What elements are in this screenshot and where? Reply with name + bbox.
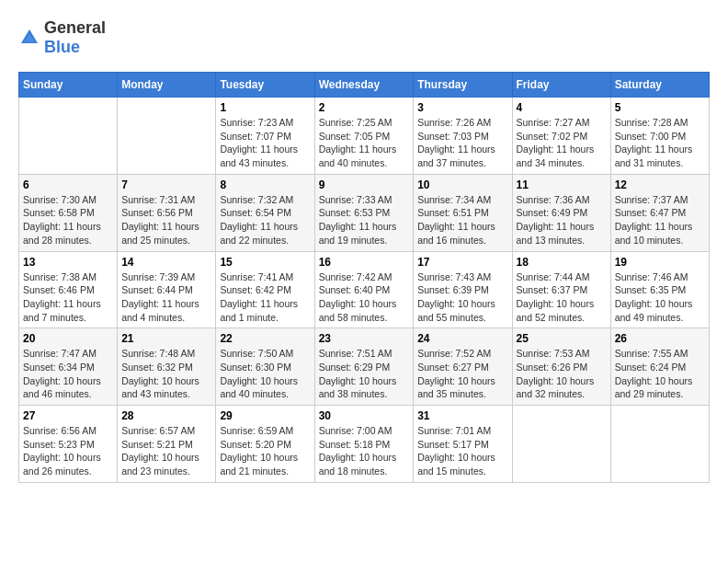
- day-number: 9: [319, 178, 410, 191]
- calendar-cell: [512, 406, 610, 483]
- day-info: Sunrise: 7:31 AM Sunset: 6:56 PM Dayligh…: [121, 193, 211, 247]
- day-info: Sunrise: 7:50 AM Sunset: 6:30 PM Dayligh…: [220, 347, 310, 401]
- calendar-cell: 24Sunrise: 7:52 AM Sunset: 6:27 PM Dayli…: [414, 328, 512, 406]
- day-number: 26: [615, 332, 705, 345]
- day-number: 10: [417, 178, 507, 191]
- day-info: Sunrise: 7:37 AM Sunset: 6:47 PM Dayligh…: [615, 193, 705, 247]
- weekday-header-sunday: Sunday: [19, 73, 118, 98]
- day-number: 3: [417, 101, 507, 114]
- calendar-cell: 17Sunrise: 7:43 AM Sunset: 6:39 PM Dayli…: [414, 251, 512, 328]
- day-info: Sunrise: 7:42 AM Sunset: 6:40 PM Dayligh…: [319, 270, 410, 325]
- day-info: Sunrise: 7:55 AM Sunset: 6:24 PM Dayligh…: [615, 347, 705, 401]
- day-info: Sunrise: 7:28 AM Sunset: 7:00 PM Dayligh…: [615, 116, 705, 170]
- day-info: Sunrise: 7:01 AM Sunset: 5:17 PM Dayligh…: [417, 424, 507, 478]
- day-number: 21: [121, 332, 211, 345]
- calendar-cell: 23Sunrise: 7:51 AM Sunset: 6:29 PM Dayli…: [314, 328, 414, 406]
- calendar-cell: 21Sunrise: 7:48 AM Sunset: 6:32 PM Dayli…: [118, 328, 216, 406]
- calendar-cell: 7Sunrise: 7:31 AM Sunset: 6:56 PM Daylig…: [118, 174, 216, 251]
- day-info: Sunrise: 6:59 AM Sunset: 5:20 PM Dayligh…: [220, 424, 310, 478]
- calendar-cell: 18Sunrise: 7:44 AM Sunset: 6:37 PM Dayli…: [512, 251, 610, 328]
- day-number: 7: [121, 178, 211, 191]
- day-info: Sunrise: 7:30 AM Sunset: 6:58 PM Dayligh…: [23, 193, 113, 247]
- calendar-cell: 26Sunrise: 7:55 AM Sunset: 6:24 PM Dayli…: [610, 328, 709, 406]
- logo-general: General: [44, 18, 106, 37]
- calendar-week-row: 1Sunrise: 7:23 AM Sunset: 7:07 PM Daylig…: [19, 98, 710, 175]
- day-number: 24: [417, 332, 507, 345]
- calendar-week-row: 20Sunrise: 7:47 AM Sunset: 6:34 PM Dayli…: [19, 328, 710, 406]
- day-info: Sunrise: 7:34 AM Sunset: 6:51 PM Dayligh…: [417, 193, 507, 247]
- calendar-cell: 28Sunrise: 6:57 AM Sunset: 5:21 PM Dayli…: [118, 406, 216, 483]
- day-number: 31: [417, 409, 507, 422]
- weekday-header-wednesday: Wednesday: [314, 73, 414, 98]
- weekday-header-monday: Monday: [118, 73, 216, 98]
- day-number: 16: [319, 256, 410, 269]
- calendar-cell: 31Sunrise: 7:01 AM Sunset: 5:17 PM Dayli…: [414, 406, 512, 483]
- calendar-cell: 20Sunrise: 7:47 AM Sunset: 6:34 PM Dayli…: [19, 328, 118, 406]
- calendar-cell: 8Sunrise: 7:32 AM Sunset: 6:54 PM Daylig…: [216, 174, 314, 251]
- logo: General Blue: [18, 18, 106, 57]
- day-info: Sunrise: 7:25 AM Sunset: 7:05 PM Dayligh…: [319, 116, 410, 170]
- calendar-header-row: SundayMondayTuesdayWednesdayThursdayFrid…: [19, 73, 710, 98]
- day-info: Sunrise: 7:38 AM Sunset: 6:46 PM Dayligh…: [23, 270, 113, 325]
- calendar-cell: 9Sunrise: 7:33 AM Sunset: 6:53 PM Daylig…: [314, 174, 414, 251]
- calendar-cell: [19, 98, 118, 175]
- day-number: 29: [220, 409, 310, 422]
- day-info: Sunrise: 7:36 AM Sunset: 6:49 PM Dayligh…: [517, 193, 607, 247]
- calendar-cell: 14Sunrise: 7:39 AM Sunset: 6:44 PM Dayli…: [118, 251, 216, 328]
- calendar-week-row: 13Sunrise: 7:38 AM Sunset: 6:46 PM Dayli…: [19, 251, 710, 328]
- calendar-cell: 4Sunrise: 7:27 AM Sunset: 7:02 PM Daylig…: [512, 98, 610, 175]
- calendar-cell: 1Sunrise: 7:23 AM Sunset: 7:07 PM Daylig…: [216, 98, 314, 175]
- calendar-cell: 19Sunrise: 7:46 AM Sunset: 6:35 PM Dayli…: [610, 251, 709, 328]
- page-header: General Blue: [18, 18, 710, 57]
- logo-icon: [18, 27, 40, 49]
- day-info: Sunrise: 7:33 AM Sunset: 6:53 PM Dayligh…: [319, 193, 410, 247]
- day-number: 28: [121, 409, 211, 422]
- calendar-cell: 15Sunrise: 7:41 AM Sunset: 6:42 PM Dayli…: [216, 251, 314, 328]
- calendar-cell: 27Sunrise: 6:56 AM Sunset: 5:23 PM Dayli…: [19, 406, 118, 483]
- calendar-table: SundayMondayTuesdayWednesdayThursdayFrid…: [18, 72, 710, 483]
- day-number: 8: [220, 178, 310, 191]
- weekday-header-saturday: Saturday: [610, 73, 709, 98]
- day-info: Sunrise: 7:44 AM Sunset: 6:37 PM Dayligh…: [517, 270, 607, 325]
- day-info: Sunrise: 7:23 AM Sunset: 7:07 PM Dayligh…: [220, 116, 310, 170]
- day-number: 19: [615, 256, 705, 269]
- calendar-cell: 5Sunrise: 7:28 AM Sunset: 7:00 PM Daylig…: [610, 98, 709, 175]
- day-number: 23: [319, 332, 410, 345]
- day-number: 6: [23, 178, 113, 191]
- day-info: Sunrise: 7:43 AM Sunset: 6:39 PM Dayligh…: [417, 270, 507, 325]
- calendar-cell: 29Sunrise: 6:59 AM Sunset: 5:20 PM Dayli…: [216, 406, 314, 483]
- day-number: 12: [615, 178, 705, 191]
- day-number: 5: [615, 101, 705, 114]
- calendar-cell: 16Sunrise: 7:42 AM Sunset: 6:40 PM Dayli…: [314, 251, 414, 328]
- day-info: Sunrise: 7:53 AM Sunset: 6:26 PM Dayligh…: [517, 347, 607, 401]
- day-info: Sunrise: 7:26 AM Sunset: 7:03 PM Dayligh…: [417, 116, 507, 170]
- calendar-cell: [118, 98, 216, 175]
- weekday-header-tuesday: Tuesday: [216, 73, 314, 98]
- weekday-header-thursday: Thursday: [414, 73, 512, 98]
- day-number: 18: [517, 256, 607, 269]
- day-number: 13: [23, 256, 113, 269]
- calendar-cell: 25Sunrise: 7:53 AM Sunset: 6:26 PM Dayli…: [512, 328, 610, 406]
- day-info: Sunrise: 7:47 AM Sunset: 6:34 PM Dayligh…: [23, 347, 113, 401]
- logo-blue: Blue: [44, 38, 80, 56]
- day-number: 27: [23, 409, 113, 422]
- calendar-cell: 13Sunrise: 7:38 AM Sunset: 6:46 PM Dayli…: [19, 251, 118, 328]
- calendar-cell: 12Sunrise: 7:37 AM Sunset: 6:47 PM Dayli…: [610, 174, 709, 251]
- day-info: Sunrise: 7:00 AM Sunset: 5:18 PM Dayligh…: [319, 424, 410, 478]
- day-number: 2: [319, 101, 410, 114]
- day-info: Sunrise: 7:39 AM Sunset: 6:44 PM Dayligh…: [121, 270, 211, 325]
- calendar-week-row: 27Sunrise: 6:56 AM Sunset: 5:23 PM Dayli…: [19, 406, 710, 483]
- day-number: 11: [517, 178, 607, 191]
- day-number: 4: [517, 101, 607, 114]
- day-info: Sunrise: 6:56 AM Sunset: 5:23 PM Dayligh…: [23, 424, 113, 478]
- day-info: Sunrise: 7:48 AM Sunset: 6:32 PM Dayligh…: [121, 347, 211, 401]
- day-number: 25: [517, 332, 607, 345]
- day-number: 22: [220, 332, 310, 345]
- day-info: Sunrise: 7:52 AM Sunset: 6:27 PM Dayligh…: [417, 347, 507, 401]
- calendar-cell: 3Sunrise: 7:26 AM Sunset: 7:03 PM Daylig…: [414, 98, 512, 175]
- day-number: 15: [220, 256, 310, 269]
- day-number: 14: [121, 256, 211, 269]
- calendar-cell: 11Sunrise: 7:36 AM Sunset: 6:49 PM Dayli…: [512, 174, 610, 251]
- day-info: Sunrise: 7:51 AM Sunset: 6:29 PM Dayligh…: [319, 347, 410, 401]
- calendar-cell: [610, 406, 709, 483]
